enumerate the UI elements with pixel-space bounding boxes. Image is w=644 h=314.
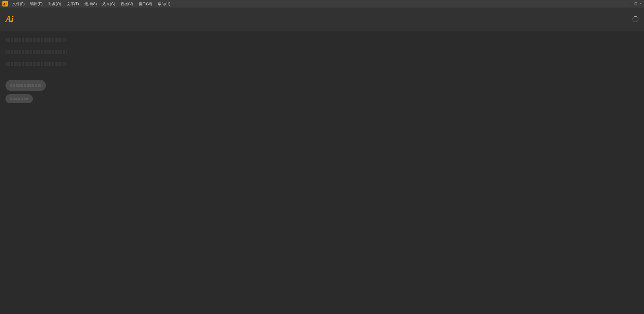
menu-edit[interactable]: 编辑(E) (27, 0, 45, 8)
primary-button[interactable] (5, 80, 46, 91)
app-bar: Ai (0, 8, 644, 31)
loading-spinner (632, 16, 639, 22)
skeleton-line-3 (5, 62, 67, 66)
skeleton-line-1 (5, 38, 67, 42)
svg-text:Ai: Ai (3, 2, 7, 6)
restore-button[interactable]: ❐ (634, 2, 638, 6)
menu-effect[interactable]: 效果(C) (100, 0, 118, 8)
minimize-button[interactable]: — (629, 2, 633, 6)
menu-view[interactable]: 视图(V) (118, 0, 136, 8)
app-logo: Ai (5, 14, 13, 24)
menu-help[interactable]: 帮助(H) (155, 0, 173, 8)
menu-select[interactable]: 选择(S) (82, 0, 100, 8)
menu-object[interactable]: 对象(O) (45, 0, 64, 8)
canvas-area (75, 31, 644, 314)
main-area (0, 31, 644, 314)
close-button[interactable]: ✕ (639, 2, 643, 6)
secondary-button-content (10, 98, 29, 100)
skeleton-line-2 (5, 50, 67, 54)
secondary-button[interactable] (5, 94, 33, 103)
menu-window[interactable]: 窗口(W) (136, 0, 155, 8)
button-group (5, 80, 70, 103)
left-panel (0, 31, 75, 314)
titlebar-logo: Ai (1, 0, 9, 8)
window-controls: — ❐ ✕ (629, 2, 643, 6)
menu-text[interactable]: 文字(T) (64, 0, 82, 8)
menu-file[interactable]: 文件(F) (10, 0, 27, 8)
primary-button-content (10, 84, 41, 87)
title-bar: Ai 文件(F) 编辑(E) 对象(O) 文字(T) 选择(S) 效果(C) 视… (0, 0, 644, 8)
